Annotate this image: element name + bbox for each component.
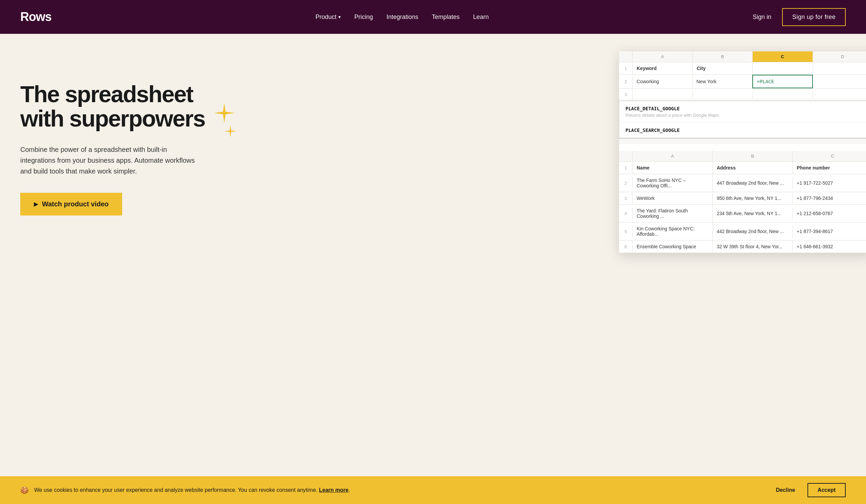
spreadsheet-bottom: A B C 1 Name Address Phone number 2 The … (619, 151, 866, 253)
bottom-cell-b3[interactable]: 950 6th Ave, New York, NY 1... (713, 192, 793, 204)
cell-a2[interactable]: Coworking (633, 76, 692, 88)
bottom-cell-a4[interactable]: The Yard: Flatiron South Coworking ... (633, 205, 713, 222)
bottom-row-num-6: 6 (619, 241, 633, 253)
bottom-row-num-4: 4 (619, 208, 633, 220)
bottom-cell-c6[interactable]: +1 646-661-3932 (792, 240, 866, 253)
bottom-col-header-c: C (792, 151, 866, 161)
spreadsheet-wrapper: A B C D 1 Keyword City 2 Coworking (619, 52, 866, 253)
watch-btn-label: Watch product video (42, 200, 109, 208)
nav-learn[interactable]: Learn (473, 13, 489, 21)
spreadsheet-top: A B C D 1 Keyword City 2 Coworking (619, 52, 866, 139)
nav-pricing[interactable]: Pricing (354, 13, 373, 21)
bottom-col-header-a: A (633, 151, 713, 161)
col-header-a: A (633, 52, 693, 62)
bottom-cell-c5[interactable]: +1 877-394-8617 (792, 225, 866, 237)
hero-title-line2: with superpowers (20, 105, 205, 131)
header: Rows Product ▾ Pricing Integrations Temp… (0, 0, 866, 34)
ss-top-header: A B C D (619, 52, 866, 62)
bottom-row-3: 3 WeWork 950 6th Ave, New York, NY 1... … (619, 192, 866, 205)
cell-a3[interactable] (633, 91, 693, 98)
hero-section: The spreadsheet with superpowers Combine… (0, 34, 866, 271)
cell-d3[interactable] (813, 91, 866, 98)
ac-item-1-desc: Returns details about a place with Googl… (625, 113, 866, 118)
ac-item-1[interactable]: PLACE_DETAIL_GOOGLE Returns details abou… (619, 101, 866, 123)
row-num-2: 2 (619, 76, 633, 88)
ss-row-3: 3 (619, 89, 866, 101)
bottom-row-num-1: 1 (619, 162, 633, 174)
bottom-row-4: 4 The Yard: Flatiron South Coworking ...… (619, 205, 866, 223)
ss-bottom-header: A B C (619, 151, 866, 162)
nav-product[interactable]: Product ▾ (315, 13, 341, 21)
bottom-cell-b5[interactable]: 442 Broadway 2nd floor, New ... (713, 225, 793, 237)
col-header-d: D (813, 52, 866, 62)
play-icon: ▶ (34, 201, 38, 208)
cell-c3[interactable] (753, 91, 813, 98)
bottom-cell-a2[interactable]: The Farm SoHo NYC – Coworking Offi... (633, 174, 713, 192)
cell-c2-active[interactable]: =PLACE (752, 75, 813, 88)
bottom-cell-c4[interactable]: +1 212-658-0767 (792, 208, 866, 220)
bottom-cell-c1[interactable]: Phone number (792, 162, 866, 174)
bottom-row-num-2: 2 (619, 177, 633, 189)
signup-button[interactable]: Sign up for free (782, 8, 846, 26)
main-nav: Product ▾ Pricing Integrations Templates… (315, 13, 488, 21)
bottom-col-header-num (619, 151, 633, 161)
cell-b1[interactable]: City (693, 62, 753, 75)
bottom-row-5: 5 Kin Coworking Space NYC: Affordab... 4… (619, 223, 866, 240)
cell-b2[interactable]: New York (692, 76, 752, 88)
ss-row-2: 2 Coworking New York =PLACE (619, 75, 866, 89)
bottom-cell-a5[interactable]: Kin Coworking Space NYC: Affordab... (633, 223, 713, 240)
cell-a1[interactable]: Keyword (633, 62, 693, 75)
ac-item-2-title: PLACE_SEARCH_GOOGLE (625, 127, 866, 133)
nav-actions: Sign in Sign up for free (753, 8, 846, 26)
row-num-3: 3 (619, 89, 633, 100)
spreadsheet-mockup: A B C D 1 Keyword City 2 Coworking (619, 52, 866, 253)
bottom-row-6: 6 Ensemble Coworking Space 32 W 39th St … (619, 240, 866, 253)
col-header-b: B (693, 52, 753, 62)
nav-integrations[interactable]: Integrations (387, 13, 419, 21)
bottom-row-num-5: 5 (619, 226, 633, 237)
cell-d2[interactable] (813, 78, 866, 85)
bottom-cell-b4[interactable]: 234 5th Ave, New York, NY 1... (713, 208, 793, 220)
autocomplete-dropdown: PLACE_DETAIL_GOOGLE Returns details abou… (619, 101, 866, 138)
logo[interactable]: Rows (20, 10, 52, 24)
ss-row-1: 1 Keyword City (619, 62, 866, 75)
col-header-row-num (619, 52, 633, 62)
bottom-row-1: 1 Name Address Phone number (619, 162, 866, 174)
ac-item-1-title: PLACE_DETAIL_GOOGLE (625, 106, 866, 111)
hero-description: Combine the power of a spreadsheet with … (20, 144, 196, 177)
bottom-row-2: 2 The Farm SoHo NYC – Coworking Offi... … (619, 174, 866, 192)
chevron-down-icon: ▾ (338, 14, 341, 20)
hero-title: The spreadsheet with superpowers (20, 82, 250, 131)
bottom-cell-a3[interactable]: WeWork (633, 192, 713, 204)
hero-left: The spreadsheet with superpowers Combine… (20, 82, 433, 215)
nav-templates[interactable]: Templates (432, 13, 460, 21)
cell-c1[interactable] (753, 65, 813, 72)
bottom-cell-a6[interactable]: Ensemble Coworking Space (633, 240, 713, 253)
col-header-c-active: C (753, 52, 813, 62)
sign-in-link[interactable]: Sign in (753, 13, 771, 21)
bottom-cell-b2[interactable]: 447 Broadway 2nd floor, New ... (713, 177, 793, 189)
ac-item-2[interactable]: PLACE_SEARCH_GOOGLE (619, 123, 866, 138)
sparkle-large-icon (214, 103, 234, 123)
cell-b3[interactable] (693, 91, 753, 98)
bottom-col-header-b: B (713, 151, 793, 161)
cell-d1[interactable] (813, 65, 866, 72)
row-num-1: 1 (619, 63, 633, 75)
bottom-row-num-3: 3 (619, 192, 633, 204)
watch-video-button[interactable]: ▶ Watch product video (20, 193, 122, 215)
bottom-cell-b6[interactable]: 32 W 39th St floor 4, New Yor... (713, 240, 793, 253)
bottom-cell-c3[interactable]: +1 877-796-2434 (792, 192, 866, 204)
ss-divider (619, 139, 866, 144)
bottom-cell-c2[interactable]: +1 917-722-5027 (792, 177, 866, 189)
bottom-cell-b1[interactable]: Address (713, 162, 793, 174)
bottom-cell-a1[interactable]: Name (633, 162, 713, 174)
sparkle-small-icon (224, 125, 236, 137)
hero-title-line1: The spreadsheet (20, 81, 193, 107)
